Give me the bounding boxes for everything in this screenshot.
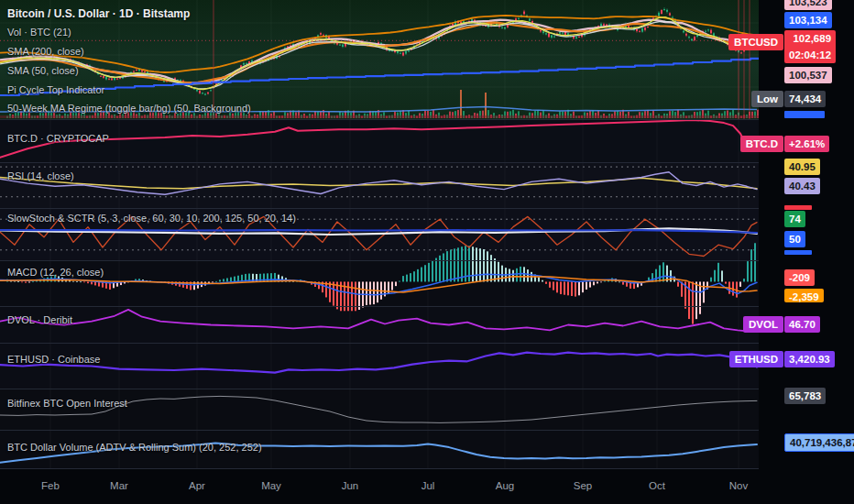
legend-ethusd[interactable]: ETHUSD · Coinbase <box>7 353 100 366</box>
regime-bar-strip <box>0 115 759 118</box>
legend-sma200[interactable]: SMA (200, close) <box>7 45 84 58</box>
legend-dvol[interactable]: DVOL · Deribit <box>7 313 72 326</box>
stoch-overbought-sliver <box>784 205 812 210</box>
symbol-price-tag: BTCUSD <box>728 34 783 50</box>
low-tag: Low <box>751 91 783 107</box>
time-axis-month: May <box>261 480 281 491</box>
pane-separator[interactable] <box>0 389 854 389</box>
pane-separator[interactable] <box>0 306 854 307</box>
pane-separator[interactable] <box>0 430 854 431</box>
rsi-value: 40.43 <box>784 178 820 194</box>
last-price-value: 102,689 <box>789 30 831 47</box>
dvol-tag: DVOL <box>743 316 783 333</box>
ethusd-tag: ETHUSD <box>729 351 783 367</box>
legend-macd[interactable]: MACD (12, 26, close) <box>7 266 104 279</box>
stoch-baseline-sliver <box>784 250 812 255</box>
pane-separator[interactable] <box>0 208 854 209</box>
legend-rsi[interactable]: RSI (14, close) <box>7 170 74 182</box>
axis-label-session-low: 74,434 <box>784 91 826 107</box>
time-axis-month: Aug <box>496 480 514 491</box>
dollar-volume-value: 40,719,436,870 <box>784 433 854 452</box>
ethusd-value: 3,420.93 <box>784 351 835 367</box>
time-axis-month: Feb <box>41 480 60 491</box>
legend-bitfinex-open-interest[interactable]: Bitfinex BTC Open Interest <box>7 397 127 410</box>
legend-slowstoch-sctr[interactable]: SlowStoch & SCTR (5, 3, close, 60, 30, 1… <box>7 212 296 225</box>
legend-btc-dominance[interactable]: BTC.D · CRYPTOCAP <box>7 132 109 145</box>
last-price-label: 102,689 02:04:12 <box>784 30 836 63</box>
open-interest-value: 65,783 <box>784 388 826 404</box>
dvol-value: 46.70 <box>784 316 820 333</box>
symbol-legend[interactable]: Bitcoin / U.S. Dollar · 1D · Bitstamp <box>7 7 190 20</box>
pane-separator[interactable] <box>0 260 854 261</box>
macd-signal-value: -2,359 <box>784 289 824 302</box>
axis-label-clipped-blue <box>784 111 825 118</box>
pane-separator[interactable] <box>0 162 854 163</box>
time-axis-month: Nov <box>729 480 748 491</box>
macd-hist-value: -209 <box>784 269 815 286</box>
rsi-smoothed-value: 40.95 <box>784 159 820 175</box>
axis-label-blue-line: 103,134 <box>784 12 832 28</box>
pane-separator[interactable] <box>0 119 854 120</box>
bar-countdown: 02:04:12 <box>789 47 831 63</box>
legend-sma50[interactable]: SMA (50, close) <box>7 64 79 77</box>
time-axis-month: Jun <box>342 480 359 491</box>
axis-label-pi-upper: 103,523 <box>784 0 832 10</box>
time-axis-month: Mar <box>110 480 128 491</box>
legend-pi-cycle-top[interactable]: Pi Cycle Top Indicator <box>7 83 104 96</box>
time-axis-month: Sep <box>574 480 592 491</box>
time-axis-month: Oct <box>649 480 665 491</box>
legend-volume-indicator[interactable]: Vol · BTC (21) <box>7 26 71 38</box>
btcd-change-label: +2.61% <box>784 136 829 152</box>
time-axis-month: Apr <box>189 480 205 491</box>
time-axis-month: Jul <box>422 480 435 491</box>
price-chart-plot[interactable] <box>0 0 854 469</box>
btcd-tag: BTC.D <box>740 136 783 152</box>
legend-50-week-ma-regime[interactable]: 50-Week MA Regime (toggle bar/bg) (50, B… <box>7 102 251 115</box>
chart-canvas[interactable]: Bitcoin / U.S. Dollar · 1D · Bitstamp Vo… <box>0 0 854 504</box>
time-axis[interactable]: FebMarAprMayJunJulAugSepOctNov <box>0 469 854 504</box>
axis-label-pi-lower: 100,537 <box>784 67 832 83</box>
sctr-value: 50 <box>784 231 805 247</box>
legend-btc-dollar-volume[interactable]: BTC Dollar Volume (ADTV & Rolling Sum) (… <box>7 441 262 454</box>
pane-separator[interactable] <box>0 343 854 344</box>
stoch-value: 74 <box>784 211 805 227</box>
